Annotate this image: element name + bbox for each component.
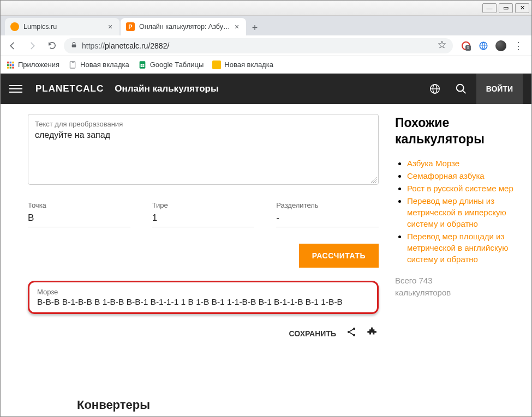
textarea-label: Текст для преобразования <box>35 120 372 128</box>
save-button[interactable]: СОХРАНИТЬ <box>289 329 336 338</box>
dot-input[interactable]: Точка B <box>28 201 130 227</box>
language-globe-icon[interactable] <box>424 78 446 100</box>
share-icon[interactable] <box>346 327 357 340</box>
svg-line-20 <box>462 90 465 94</box>
related-link[interactable]: Азбука Морзе <box>407 159 459 168</box>
browser-tab-inactive[interactable]: Lumpics.ru × <box>5 18 119 35</box>
bookmark-label: Новая вкладка <box>80 61 129 69</box>
input-label: Точка <box>28 201 130 209</box>
svg-rect-5 <box>7 64 9 65</box>
url-input[interactable]: https://planetcalc.ru/2882/ <box>64 38 453 53</box>
profile-avatar[interactable] <box>495 40 506 51</box>
lock-icon <box>70 41 77 50</box>
new-tab-button[interactable]: + <box>247 20 262 35</box>
svg-line-24 <box>350 329 354 331</box>
site-subtitle: Онлайн калькуляторы <box>115 83 218 94</box>
dash-input[interactable]: Тире 1 <box>152 201 255 227</box>
window-minimize-button[interactable]: — <box>482 3 497 13</box>
hamburger-menu-icon[interactable] <box>9 82 22 95</box>
browser-tab-strip: Lumpics.ru × P Онлайн калькулятор: Азбук… <box>1 16 531 35</box>
input-label: Разделитель <box>276 201 379 209</box>
browser-tab-active[interactable]: P Онлайн калькулятор: Азбука Мо × <box>121 18 246 35</box>
calculate-button[interactable]: РАССЧИТАТЬ <box>299 244 379 268</box>
search-icon[interactable] <box>450 78 472 100</box>
resize-grip-icon[interactable] <box>370 177 377 183</box>
svg-rect-6 <box>10 64 11 65</box>
bookmark-star-icon[interactable] <box>438 40 446 51</box>
svg-point-19 <box>456 84 463 92</box>
extension-puzzle-icon[interactable] <box>367 326 379 341</box>
address-bar: https://planetcalc.ru/2882/ 5 ⋮ <box>1 35 531 56</box>
svg-rect-8 <box>7 67 9 68</box>
bookmark-label: Google Таблицы <box>150 61 204 69</box>
svg-rect-7 <box>12 64 14 65</box>
url-text: planetcalc.ru/2882/ <box>105 41 169 50</box>
browser-menu-icon[interactable]: ⋮ <box>513 40 524 51</box>
tab-close-icon[interactable]: × <box>233 23 241 31</box>
extension-icon[interactable]: 5 <box>461 40 471 51</box>
sidebar-title: Похожие калькуляторы <box>395 115 518 148</box>
svg-rect-4 <box>12 62 14 63</box>
related-links-list: Азбука Морзе Семафорная азбука Рост в ру… <box>395 158 518 265</box>
result-label: Морзе <box>37 288 369 296</box>
text-input-textarea[interactable]: Текст для преобразования следуйте на зап… <box>28 114 379 185</box>
nav-forward-button[interactable] <box>25 38 40 53</box>
window-titlebar: — ▭ ✕ <box>1 1 531 16</box>
result-value: B-B-B B-1-B-B B 1-B-B B-B-1 B-1-1-1 1 B … <box>37 297 369 307</box>
nav-reload-button[interactable] <box>44 38 59 53</box>
url-protocol: https:// <box>82 41 105 50</box>
svg-rect-2 <box>7 62 9 63</box>
favicon: P <box>126 22 135 31</box>
related-link[interactable]: Перевод мер длины из метрической в импер… <box>407 196 506 228</box>
bookmark-apps[interactable]: Приложения <box>6 61 59 69</box>
login-button[interactable]: ВОЙТИ <box>476 74 523 104</box>
sidebar-footer: Всего 743калькуляторов <box>395 275 518 299</box>
window-maximize-button[interactable]: ▭ <box>499 3 513 13</box>
bookmark-label: Приложения <box>18 61 59 69</box>
bookmark-sheets[interactable]: Google Таблицы <box>138 61 204 69</box>
svg-rect-0 <box>72 44 76 47</box>
input-value: 1 <box>152 213 255 227</box>
site-header: PLANETCALC Онлайн калькуляторы ВОЙТИ <box>1 74 531 104</box>
separator-input[interactable]: Разделитель - <box>276 201 379 227</box>
tab-close-icon[interactable]: × <box>106 23 114 31</box>
input-value: - <box>276 213 379 227</box>
svg-rect-10 <box>12 67 14 68</box>
tab-title: Lumpics.ru <box>23 23 106 31</box>
window-close-button[interactable]: ✕ <box>515 3 529 13</box>
result-output: Морзе B-B-B B-1-B-B B 1-B-B B-B-1 B-1-1-… <box>28 281 379 314</box>
svg-line-25 <box>350 333 354 335</box>
input-value: B <box>28 213 130 227</box>
related-link[interactable]: Семафорная азбука <box>407 171 485 180</box>
svg-rect-9 <box>10 67 11 68</box>
favicon <box>10 22 19 31</box>
bookmark-item[interactable]: Новая вкладка <box>68 61 129 69</box>
related-link[interactable]: Перевод мер площади из метрической в анг… <box>407 232 508 264</box>
input-label: Тире <box>152 201 255 209</box>
related-link[interactable]: Рост в русской системе мер <box>407 184 513 193</box>
extension-globe-icon[interactable] <box>478 40 489 51</box>
bookmarks-bar: Приложения Новая вкладка Google Таблицы … <box>1 56 531 74</box>
truncated-heading: Конвертеры <box>77 398 150 412</box>
textarea-value: следуйте на запад <box>35 130 372 140</box>
tab-title: Онлайн калькулятор: Азбука Мо <box>139 23 233 31</box>
site-logo[interactable]: PLANETCALC <box>35 83 104 94</box>
svg-rect-3 <box>10 62 11 63</box>
bookmark-label: Новая вкладка <box>224 61 273 69</box>
nav-back-button[interactable] <box>5 38 20 53</box>
bookmark-item[interactable]: Новая вкладка <box>212 61 273 69</box>
